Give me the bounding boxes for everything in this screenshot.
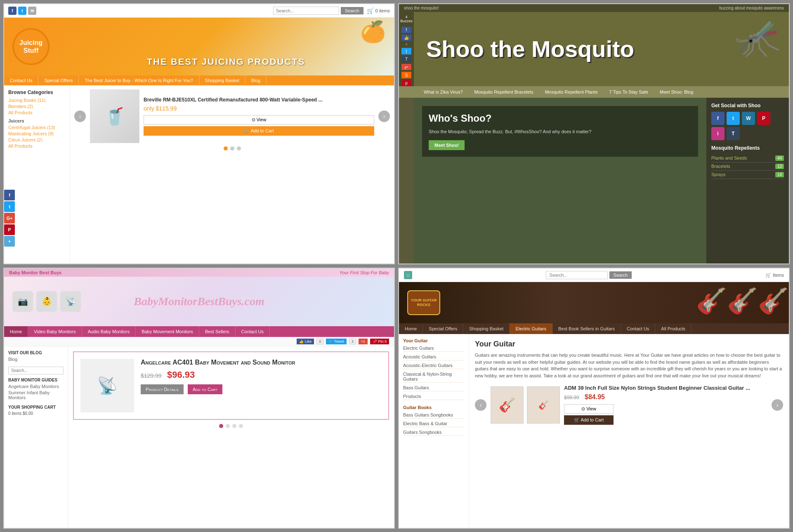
social-share-btn[interactable]: + <box>4 236 15 247</box>
mosquito-like-side-btn[interactable]: 👍 <box>401 35 411 41</box>
baby-monitor-nav-contact[interactable]: Contact Us <box>236 326 270 337</box>
baby-monitor-nav-home[interactable]: Home <box>4 326 28 337</box>
guitar-sidebar-bass-songbooks[interactable]: Bass Guitars Songbooks <box>403 412 465 419</box>
guitar-nav-electric[interactable]: Electric Guitars <box>510 323 552 334</box>
juicing-email-icon[interactable]: ✉ <box>28 7 36 15</box>
baby-monitor-dot-1[interactable] <box>219 424 223 428</box>
guitar-carousel-next[interactable]: › <box>772 399 783 411</box>
mosquito-nav-bracelets[interactable]: Mosquito Repellent Bracelets <box>469 86 539 98</box>
juicing-addtocart-button[interactable]: 🛒 Add to Cart <box>144 126 374 136</box>
baby-monitor-nav-best[interactable]: Best Sellers <box>199 326 236 337</box>
baby-monitor-summer-infant-link[interactable]: Summer Infant Baby Monitors <box>8 390 64 400</box>
juicing-social-icons: f t ✉ <box>8 7 36 15</box>
juicing-sidebar-centrifugal[interactable]: Centrifugal Juicers (13) <box>8 125 66 130</box>
juicing-nav-contact[interactable]: Contact Us <box>4 75 38 85</box>
juicing-nav-basket[interactable]: Shopping Basket <box>199 75 245 85</box>
social-twitter-btn[interactable]: t <box>4 201 15 212</box>
guitar-sidebar-electric-bass[interactable]: Electric Bass & Guitar <box>403 420 465 427</box>
mosquito-nav-tips[interactable]: 7 Tips To Stay Safe <box>603 86 654 98</box>
juicing-nav-blog[interactable]: Blog <box>245 75 267 85</box>
juicing-carousel-prev[interactable]: ‹ <box>74 111 86 122</box>
guitar-sidebar-acoustic[interactable]: Acoustic Guitars <box>403 353 465 360</box>
baby-monitor-nav-video[interactable]: Video Baby Monitors <box>28 326 82 337</box>
juicing-sidebar-blenders[interactable]: Blenders (2) <box>8 104 66 109</box>
mosquito-nav-plants[interactable]: Mosquito Repellent Plants <box>539 86 604 98</box>
mosquito-social-tumblr[interactable]: T <box>727 127 740 140</box>
baby-monitor-dot-4[interactable] <box>239 424 243 428</box>
guitar-nav-books[interactable]: Best Book Sellers in Guitars <box>552 323 621 334</box>
baby-monitor-nav-audio[interactable]: Audio Baby Monitors <box>82 326 136 337</box>
baby-monitor-angelcare-link[interactable]: Angelcare Baby Monitors <box>8 384 64 389</box>
guitar-sidebar-electric[interactable]: Electric Guitars <box>403 345 465 352</box>
mosquito-social-pin[interactable]: P <box>757 112 770 125</box>
baby-monitor-tw-share[interactable]: 🐦 Tweet <box>326 339 346 344</box>
mosquito-meet-btn[interactable]: Meet Shoo! <box>429 140 465 150</box>
juicing-nav-best[interactable]: The Best Juicer to Buy - Which One Is Ri… <box>79 75 199 85</box>
guitar-view-button[interactable]: ⊙ View <box>564 404 614 414</box>
guitar-cart[interactable]: 🛒 Items <box>765 273 784 278</box>
mosquito-social-fb[interactable]: f <box>711 112 725 125</box>
mosquito-pin-side-btn[interactable]: p <box>401 80 411 86</box>
baby-monitor-nav-movement[interactable]: Baby Movement Monitors <box>136 326 199 337</box>
juicing-dot-3[interactable] <box>237 146 241 151</box>
baby-monitor-dot-3[interactable] <box>232 424 236 428</box>
baby-monitor-fb-share[interactable]: 👍 Like <box>297 339 314 344</box>
guitar-sidebar-bass[interactable]: Bass Guitars <box>403 384 465 391</box>
guitar-topbar-icon: □ <box>404 271 412 279</box>
guitar-addtocart-button[interactable]: 🛒 Add to Cart <box>564 415 614 425</box>
juicing-sidebar-juicing-books[interactable]: Juicing Books (11) <box>8 98 66 103</box>
baby-monitor-details-button[interactable]: Product Details <box>141 384 184 394</box>
mosquito-nav-zika[interactable]: What is Zika Virus? <box>418 86 469 98</box>
juicing-product-info: Breville RM-BJE510XL Certified Remanufac… <box>144 97 374 136</box>
mosquito-social-tw[interactable]: t <box>727 112 740 125</box>
juicing-carousel-next[interactable]: › <box>378 111 390 122</box>
baby-monitor-search-input[interactable] <box>8 367 64 374</box>
juicing-cart[interactable]: 🛒 0 items <box>367 7 390 14</box>
juicing-tw-icon[interactable]: t <box>18 7 26 15</box>
mosquito-social-wp[interactable]: W <box>742 112 755 125</box>
juicing-sidebar-all-products-2[interactable]: All Products <box>8 144 66 148</box>
mosquito-repellent-bracelets: Bracelets 13 <box>711 162 784 171</box>
mosquito-fb-side-btn[interactable]: f <box>401 27 411 33</box>
guitar-nav-home[interactable]: Home <box>399 323 423 334</box>
juicing-sidebar-all-products-1[interactable]: All Products <box>8 110 66 115</box>
juicing-search-bar: Search <box>40 7 363 15</box>
juicing-search-button[interactable]: Search <box>341 7 363 14</box>
mosquito-gplus-side-btn[interactable]: g+ <box>401 64 411 70</box>
mosquito-repellent-sprays-name[interactable]: Sprays <box>711 172 725 177</box>
mosquito-repellent-bracelets-name[interactable]: Bracelets <box>711 164 730 169</box>
guitar-carousel-prev[interactable]: ‹ <box>475 399 486 411</box>
mosquito-repellent-plants-name[interactable]: Plants and Seeds <box>711 155 747 161</box>
guitar-sidebar-classical[interactable]: Classical & Nylon-String Guitars <box>403 371 465 383</box>
juicing-dot-2[interactable] <box>230 146 234 151</box>
juicing-dot-1[interactable] <box>224 146 228 151</box>
guitar-search-input[interactable] <box>546 271 608 279</box>
mosquito-tumblr-side-btn[interactable]: T <box>401 56 411 62</box>
mosquito-social-ig[interactable]: i <box>711 127 725 140</box>
juicing-view-button[interactable]: ⊙ View <box>144 115 374 125</box>
social-googleplus-btn[interactable]: G+ <box>4 213 15 224</box>
baby-monitor-addtocart-button[interactable]: Add to Cart <box>188 384 222 394</box>
guitar-search-button[interactable]: Search <box>609 271 632 279</box>
guitar-nav-all[interactable]: All Products <box>655 323 692 334</box>
juicing-sidebar-citrus[interactable]: Citrus Juicers (2) <box>8 137 66 142</box>
mosquito-tw-side-btn[interactable]: t <box>401 48 411 54</box>
social-pinterest-btn[interactable]: P <box>4 224 15 235</box>
guitar-nav-contact[interactable]: Contact Us <box>621 323 655 334</box>
baby-monitor-pin-share[interactable]: 📌 Pin It <box>370 339 389 344</box>
mosquito-nav-blog[interactable]: Meet Shoo: Blog <box>654 86 699 98</box>
baby-monitor-gplus-share[interactable]: +1 <box>359 339 368 344</box>
juicing-nav-offers[interactable]: Special Offers <box>38 75 79 85</box>
guitar-sidebar-guitars-songbooks[interactable]: Guitars Songbooks <box>403 429 465 436</box>
juicing-sidebar-masticating[interactable]: Masticating Juicers (9) <box>8 131 66 136</box>
guitar-sidebar-all-products[interactable]: Products <box>403 393 465 400</box>
mosquito-stumble-side-btn[interactable]: S <box>401 72 411 78</box>
juicing-fb-icon[interactable]: f <box>8 7 17 15</box>
guitar-sidebar-acoustic-electric[interactable]: Acoustic-Electric Guitars <box>403 362 465 369</box>
juicing-search-input[interactable] <box>273 7 339 15</box>
baby-monitor-dot-2[interactable] <box>226 424 230 428</box>
baby-monitor-blog-link[interactable]: Blog <box>8 357 64 362</box>
guitar-nav-offers[interactable]: Special Offers <box>423 323 463 334</box>
social-facebook-btn[interactable]: f <box>4 190 15 200</box>
guitar-nav-basket[interactable]: Shopping Basket <box>463 323 510 334</box>
